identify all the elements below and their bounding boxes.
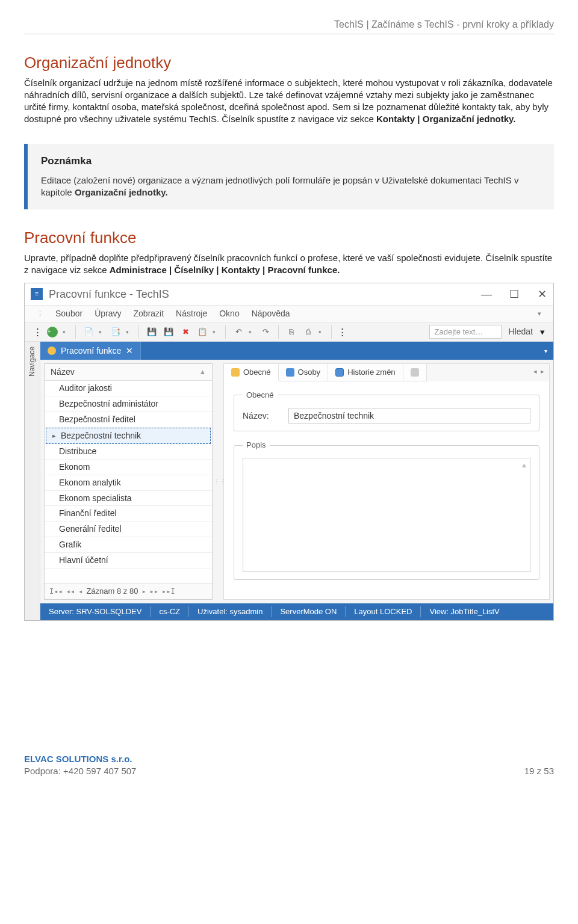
note-box: Poznámka Editace (založení nové) organiz… <box>24 144 554 209</box>
menu-soubor[interactable]: Soubor <box>55 308 82 319</box>
grid-rows: Auditor jakosti Bezpečnostní administáto… <box>45 381 212 583</box>
nav-sidebar[interactable]: Navigace <box>25 342 40 620</box>
grid-panel: Název ▲ Auditor jakosti Bezpečnostní adm… <box>44 363 213 600</box>
detail-tab-settings[interactable] <box>403 364 427 381</box>
menu-upravy[interactable]: Úpravy <box>95 308 121 319</box>
grid-row[interactable]: Distribuce <box>45 444 212 460</box>
field-nazev-input[interactable]: Bezpečnostní technik <box>288 408 530 424</box>
page-footer: ELVAC SOLUTIONS s.r.o. Podpora: +420 597… <box>24 753 554 778</box>
grid-row-selected[interactable]: ▸Bezpečnostní technik <box>46 428 211 444</box>
search-button[interactable]: Hledat <box>505 326 536 337</box>
clone-dropdown-icon[interactable]: ▾ <box>126 328 129 336</box>
search-overflow-icon[interactable]: ▾ <box>540 326 545 338</box>
detail-tab-label: Obecné <box>243 367 271 378</box>
grid-cell: Finanční ředitel <box>59 508 117 519</box>
menu-napoveda[interactable]: Nápověda <box>252 308 290 319</box>
section1-heading: Organizační jednotky <box>24 52 554 73</box>
search-input[interactable]: Zadejte text… <box>429 325 502 339</box>
refresh-button[interactable]: 📋 <box>196 325 209 339</box>
menu-zobrazit[interactable]: Zobrazit <box>134 308 164 319</box>
grid-row[interactable]: Ekonom <box>45 460 212 475</box>
new-button[interactable]: + <box>46 325 59 339</box>
toolbar-separator <box>138 325 139 339</box>
sort-asc-icon[interactable]: ▲ <box>199 368 206 377</box>
grid-header-label: Název <box>51 366 75 378</box>
header-rule <box>24 34 554 34</box>
footer-page-number: 19 z 53 <box>524 765 554 777</box>
undo-button[interactable]: ↶ <box>232 325 245 339</box>
pager-text: Záznam 8 z 80 <box>86 586 138 597</box>
grid-row[interactable]: Auditor jakosti <box>45 381 212 396</box>
detail-tab-osoby[interactable]: Osoby <box>279 364 329 381</box>
split-body: Název ▲ Auditor jakosti Bezpečnostní adm… <box>40 360 553 603</box>
grid-pager: I◂◂ ◂◂ ◂ Záznam 8 z 80 ▸ ▸▸ ▸▸I <box>45 583 212 599</box>
grid-row[interactable]: Generální ředitel <box>45 522 212 537</box>
export-button[interactable]: ⎘ <box>285 325 298 339</box>
save-button[interactable]: 💾 <box>145 325 158 339</box>
group-popis-legend: Popis <box>243 440 270 451</box>
pager-prev-icon[interactable]: ◂ <box>78 587 82 596</box>
grid-row[interactable]: Hlavní účetní <box>45 553 212 568</box>
tab-scroll-right-icon[interactable]: ▸ <box>541 367 544 378</box>
current-row-icon: ▸ <box>52 431 57 440</box>
grid-cell: Bezpečnostní ředitel <box>59 414 135 425</box>
pager-next-icon[interactable]: ▸ <box>141 587 146 596</box>
title-bar: ≡ Pracovní funkce - TechIS — ☐ ✕ <box>25 283 553 306</box>
grid-row[interactable]: Finanční ředitel <box>45 506 212 522</box>
refresh-dropdown-icon[interactable]: ▾ <box>213 328 216 336</box>
detail-panel: Obecné Osoby Historie změn <box>223 363 550 600</box>
tab-strip-menu-icon[interactable]: ▾ <box>544 347 553 356</box>
section2-body-bold: Administrace | Číselníky | Kontakty | Pr… <box>110 265 340 275</box>
save-close-button[interactable]: 💾 <box>162 325 175 339</box>
detail-tab-label: Osoby <box>298 367 321 378</box>
delete-button[interactable]: ✖ <box>179 325 192 339</box>
import-button[interactable]: ⎙ <box>302 325 315 339</box>
status-bar: Server: SRV-SOLSQLDEV cs-CZ Uživatel: sy… <box>40 603 553 620</box>
group-obecne: Obecné Název: Bezpečnostní technik <box>234 390 539 431</box>
history-icon <box>335 368 344 377</box>
detail-tab-nav: ◂ ▸ <box>529 364 549 381</box>
copy-dropdown-icon[interactable]: ▾ <box>99 328 102 336</box>
grid-cell: Generální ředitel <box>59 523 122 535</box>
pager-nextpage-icon[interactable]: ▸▸ <box>150 587 158 596</box>
document-tab[interactable]: Pracovní funkce ✕ <box>40 342 141 360</box>
grid-row[interactable]: Grafik <box>45 537 212 553</box>
undo-dropdown-icon[interactable]: ▾ <box>249 328 252 336</box>
splitter-handle[interactable]: ⋮⋮ <box>216 360 223 603</box>
menu-nastroje[interactable]: Nástroje <box>176 308 207 319</box>
grid-cell: Auditor jakosti <box>59 383 112 394</box>
grid-cell: Bezpečnostní administátor <box>59 398 158 410</box>
menu-overflow-icon[interactable]: ▾ <box>538 309 541 318</box>
pager-last-icon[interactable]: ▸▸I <box>162 587 175 596</box>
grid-row[interactable]: Ekonom analytik <box>45 475 212 491</box>
menu-okno[interactable]: Okno <box>219 308 239 319</box>
toolbar: ⋮ + ▾ 📄 ▾ 📑 ▾ 💾 💾 ✖ 📋 ▾ ↶ ▾ ↷ ⎘ ⎙ ▾ ⋮ Za… <box>25 322 553 342</box>
minimize-button[interactable]: — <box>481 287 492 301</box>
copy-button[interactable]: 📄 <box>82 325 95 339</box>
status-view: View: JobTitle_ListV <box>421 606 508 617</box>
import-dropdown-icon[interactable]: ▾ <box>319 328 322 336</box>
scroll-up-icon[interactable]: ▲ <box>521 461 527 470</box>
redo-button[interactable]: ↷ <box>259 325 272 339</box>
status-user: Uživatel: sysadmin <box>189 606 272 617</box>
close-button[interactable]: ✕ <box>536 287 547 301</box>
grid-header[interactable]: Název ▲ <box>45 364 212 381</box>
menu-handle-icon: ⋮ <box>37 309 43 318</box>
tab-scroll-left-icon[interactable]: ◂ <box>533 367 537 378</box>
maximize-button[interactable]: ☐ <box>509 287 520 301</box>
new-dropdown-icon[interactable]: ▾ <box>63 328 66 336</box>
grid-row[interactable]: Bezpečnostní administátor <box>45 396 212 412</box>
footer-company: ELVAC SOLUTIONS s.r.o. <box>24 753 136 765</box>
document-tab-label: Pracovní funkce <box>61 345 121 357</box>
tab-close-icon[interactable]: ✕ <box>126 345 133 357</box>
detail-tab-historie[interactable]: Historie změn <box>328 364 403 381</box>
detail-tab-obecne[interactable]: Obecné <box>224 364 279 381</box>
grid-row[interactable]: Ekonom specialista <box>45 491 212 507</box>
field-groups: Obecné Název: Bezpečnostní technik Popis… <box>223 381 550 600</box>
pager-prevpage-icon[interactable]: ◂◂ <box>66 587 75 596</box>
note-heading: Poznámka <box>41 155 541 168</box>
grid-row[interactable]: Bezpečnostní ředitel <box>45 412 212 428</box>
clone-button[interactable]: 📑 <box>109 325 122 339</box>
pager-first-icon[interactable]: I◂◂ <box>49 587 63 596</box>
popis-textarea[interactable]: ▲ <box>243 458 530 572</box>
